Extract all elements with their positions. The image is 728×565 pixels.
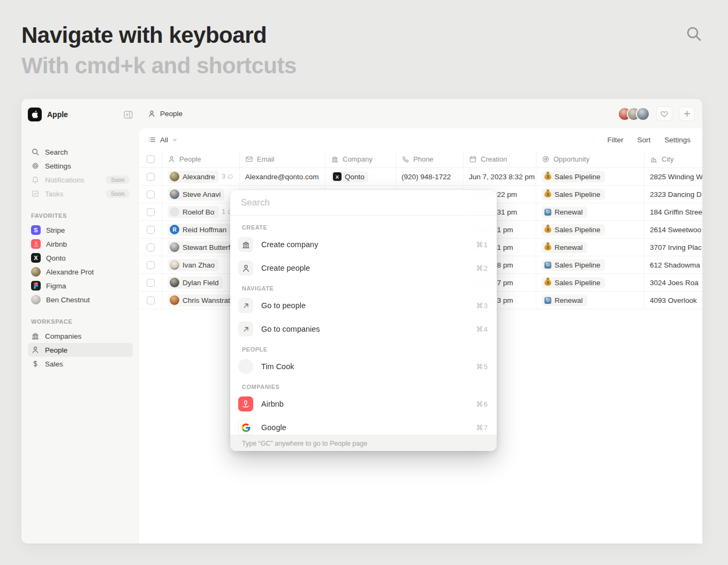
sort-button[interactable]: Sort: [637, 136, 650, 144]
view-selector[interactable]: All: [148, 135, 178, 144]
sidebar-item-label: Sales: [45, 360, 63, 368]
favorite-button[interactable]: [656, 106, 672, 121]
sidebar-item-label: Settings: [45, 162, 71, 170]
soon-badge: Soon: [106, 175, 130, 184]
column-header-creation[interactable]: Creation: [464, 151, 536, 167]
sidebar-item-tasks: Tasks Soon: [28, 187, 133, 201]
city-cell: 2614 Sweetwoo: [644, 221, 702, 238]
sidebar-item-people[interactable]: People: [28, 343, 133, 357]
row-checkbox[interactable]: [147, 279, 155, 287]
dollar-icon: [31, 360, 40, 368]
breadcrumb[interactable]: People: [148, 110, 183, 118]
arrow-up-right-icon: [238, 298, 253, 313]
building-icon: [238, 237, 253, 252]
sidebar-item-label: Companies: [45, 332, 81, 340]
sidebar-item-label: Notifications: [45, 176, 85, 184]
column-header-company[interactable]: Company: [325, 151, 396, 167]
sidebar-collapse-icon[interactable]: [124, 111, 133, 119]
palette-item-google[interactable]: Google ⌘7: [230, 416, 497, 435]
sidebar-item-notifications: Notifications Soon: [28, 173, 133, 187]
moneybag-icon: [544, 173, 551, 180]
person-icon: [168, 155, 176, 163]
workspace-section-label: WORKSPACE: [31, 318, 130, 325]
table-settings-button[interactable]: Settings: [664, 136, 691, 144]
sidebar-item-stripe[interactable]: S Stripe: [28, 223, 133, 237]
workspace-list: Companies People Sales: [28, 329, 133, 371]
workspace-switcher[interactable]: Apple: [28, 106, 133, 123]
add-button[interactable]: [679, 106, 695, 121]
gear-icon: [31, 162, 40, 170]
chevron-down-icon: [172, 137, 178, 143]
row-checkbox[interactable]: [147, 296, 155, 304]
person-icon: [238, 261, 253, 276]
row-checkbox[interactable]: [147, 226, 155, 234]
sidebar-item-alexandre-prot[interactable]: Alexandre Prot: [28, 265, 133, 279]
avatar: [238, 359, 253, 374]
favorites-list: S Stripe Airbnb X Qonto Alexandre Prot: [28, 223, 133, 307]
shortcut-key: ⌘1: [476, 240, 488, 249]
table-row[interactable]: Alexandre Prot3 Alexandre@qonto.com XQon…: [139, 168, 702, 186]
row-checkbox[interactable]: [147, 173, 155, 181]
sidebar-item-settings[interactable]: Settings: [28, 159, 133, 173]
sidebar-item-airbnb[interactable]: Airbnb: [28, 237, 133, 251]
city-cell: 2323 Dancing D: [644, 186, 702, 203]
sidebar-item-companies[interactable]: Companies: [28, 329, 133, 343]
command-palette: CREATE Create company ⌘1 Create people ⌘…: [230, 190, 497, 451]
avatar: [170, 207, 179, 217]
sidebar-item-sales[interactable]: Sales: [28, 357, 133, 371]
avatar: [170, 242, 179, 252]
avatar: [170, 278, 179, 287]
table-toolbar: All Filter Sort Settings: [139, 128, 702, 151]
column-header-city[interactable]: City: [644, 151, 702, 167]
shortcut-key: ⌘5: [476, 362, 488, 371]
avatar: [170, 260, 179, 270]
palette-search[interactable]: [230, 190, 497, 216]
sidebar-item-figma[interactable]: Figma: [28, 279, 133, 293]
target-icon: [542, 155, 550, 163]
task-check-icon: [31, 189, 40, 198]
column-header-opportunity[interactable]: Opportunity: [536, 151, 644, 167]
avatar: [170, 172, 179, 181]
palette-section-label: PEOPLE: [230, 341, 497, 355]
person-chip: Ivan Zhao: [168, 259, 218, 271]
sidebar-item-search[interactable]: Search: [28, 145, 133, 159]
palette-item-go-to-companies[interactable]: Go to companies ⌘4: [230, 317, 497, 341]
heart-icon: [660, 110, 669, 118]
sidebar-item-label: Qonto: [46, 254, 66, 262]
city-cell: 612 Shadowma: [644, 256, 702, 273]
person-chip: Roelof Botha: [168, 206, 218, 218]
renewal-icon: [544, 262, 551, 269]
moneybag-icon: [544, 244, 551, 250]
city-cell: 184 Griffin Stree: [644, 203, 702, 220]
avatar: [170, 189, 179, 199]
airbnb-icon: [238, 396, 253, 411]
member-avatars[interactable]: [618, 107, 650, 121]
palette-item-create-company[interactable]: Create company ⌘1: [230, 233, 497, 256]
palette-section-label: COMPANIES: [230, 378, 497, 392]
filter-button[interactable]: Filter: [607, 136, 623, 144]
column-header-phone[interactable]: Phone: [396, 151, 464, 167]
sidebar-item-qonto[interactable]: X Qonto: [28, 251, 133, 265]
shortcut-key: ⌘3: [476, 301, 488, 310]
search-icon[interactable]: [683, 24, 704, 45]
qonto-icon: X: [333, 172, 342, 181]
sidebar-item-label: Airbnb: [46, 240, 67, 248]
column-header-people[interactable]: People: [162, 151, 240, 167]
sidebar-item-ben-chestnut[interactable]: Ben Chestnut: [28, 293, 133, 307]
row-checkbox[interactable]: [147, 190, 155, 198]
palette-item-airbnb[interactable]: Airbnb ⌘6: [230, 392, 497, 416]
column-header-email[interactable]: Email: [240, 151, 325, 167]
palette-item-go-to-people[interactable]: Go to people ⌘3: [230, 294, 497, 317]
phone-cell: (920) 948-1722: [396, 168, 464, 185]
select-all-checkbox[interactable]: [147, 155, 155, 163]
row-checkbox[interactable]: [147, 261, 155, 269]
palette-search-input[interactable]: [241, 197, 486, 208]
palette-item-create-people[interactable]: Create people ⌘2: [230, 256, 497, 280]
row-checkbox[interactable]: [147, 243, 155, 251]
person-icon: [148, 110, 156, 118]
palette-item-tim-cook[interactable]: Tim Cook ⌘5: [230, 355, 497, 378]
city-cell: 3707 Irving Plac: [644, 239, 702, 256]
row-checkbox[interactable]: [147, 208, 155, 216]
sidebar-item-label: Alexandre Prot: [46, 268, 94, 276]
plus-icon: [683, 110, 691, 118]
